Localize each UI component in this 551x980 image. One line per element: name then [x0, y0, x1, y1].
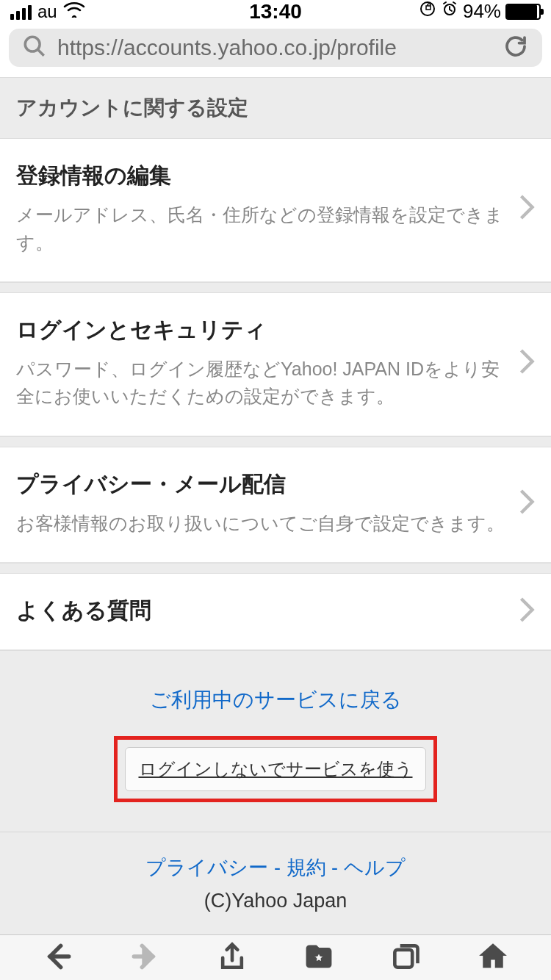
back-button[interactable]: [42, 940, 74, 976]
url-bar[interactable]: https://accounts.yahoo.co.jp/profile: [9, 29, 542, 67]
battery-icon: [505, 4, 541, 20]
divider: [0, 563, 551, 574]
svg-line-3: [37, 50, 44, 57]
chevron-right-icon: [519, 194, 535, 223]
copyright: (C)Yahoo Japan: [0, 890, 551, 912]
home-button[interactable]: [477, 940, 509, 976]
footer-area: ご利用中のサービスに戻る ログインしないでサービスを使う: [0, 650, 551, 832]
use-without-login-button[interactable]: ログインしないでサービスを使う: [125, 747, 426, 791]
return-service-link[interactable]: ご利用中のサービスに戻る: [150, 688, 402, 711]
item-title: プライバシー・メール配信: [16, 469, 508, 500]
share-button[interactable]: [216, 940, 248, 976]
item-desc: メールアドレス、氏名・住所などの登録情報を設定できます。: [16, 201, 508, 256]
cellular-signal-icon: [10, 4, 32, 20]
item-desc: パスワード、ログイン履歴などYahoo! JAPAN IDをより安全にお使いいた…: [16, 356, 508, 411]
settings-item-login-security[interactable]: ログインとセキュリティ パスワード、ログイン履歴などYahoo! JAPAN I…: [0, 293, 551, 436]
item-title: ログインとセキュリティ: [16, 315, 508, 345]
chevron-right-icon: [519, 348, 535, 378]
separator: -: [274, 857, 287, 879]
chevron-right-icon: [519, 489, 535, 518]
bookmarks-button[interactable]: [303, 940, 335, 976]
browser-toolbar: [0, 934, 551, 980]
search-icon: [22, 34, 47, 62]
item-title: 登録情報の編集: [16, 161, 508, 191]
svg-rect-6: [395, 949, 413, 967]
forward-button[interactable]: [129, 940, 161, 976]
divider: [0, 436, 551, 447]
settings-item-registration[interactable]: 登録情報の編集 メールアドレス、氏名・住所などの登録情報を設定できます。: [0, 139, 551, 282]
separator: -: [331, 857, 344, 879]
section-header: アカウントに関する設定: [0, 77, 551, 139]
url-text: https://accounts.yahoo.co.jp/profile: [57, 35, 492, 60]
reload-icon[interactable]: [503, 33, 529, 62]
battery-percent: 94%: [463, 0, 501, 23]
footer-links: プライバシー - 規約 - ヘルプ (C)Yahoo Japan: [0, 832, 551, 934]
carrier-label: au: [37, 1, 57, 22]
status-bar: au 13:40 94%: [0, 0, 551, 23]
item-desc: お客様情報のお取り扱いについてご自身で設定できます。: [16, 510, 508, 538]
chevron-right-icon: [519, 597, 535, 626]
item-title: よくある質問: [16, 596, 508, 626]
wifi-icon: [63, 0, 85, 23]
svg-point-2: [25, 37, 40, 52]
divider: [0, 282, 551, 293]
settings-item-faq[interactable]: よくある質問: [0, 574, 551, 650]
logout-highlight-box: ログインしないでサービスを使う: [114, 736, 437, 802]
rotation-lock-icon: [419, 0, 436, 23]
footer-privacy-link[interactable]: プライバシー: [145, 857, 268, 879]
settings-item-privacy[interactable]: プライバシー・メール配信 お客様情報のお取り扱いについてご自身で設定できます。: [0, 447, 551, 563]
footer-terms-link[interactable]: 規約: [287, 857, 326, 879]
footer-help-link[interactable]: ヘルプ: [344, 857, 406, 879]
alarm-icon: [441, 0, 458, 23]
tabs-button[interactable]: [389, 940, 422, 976]
